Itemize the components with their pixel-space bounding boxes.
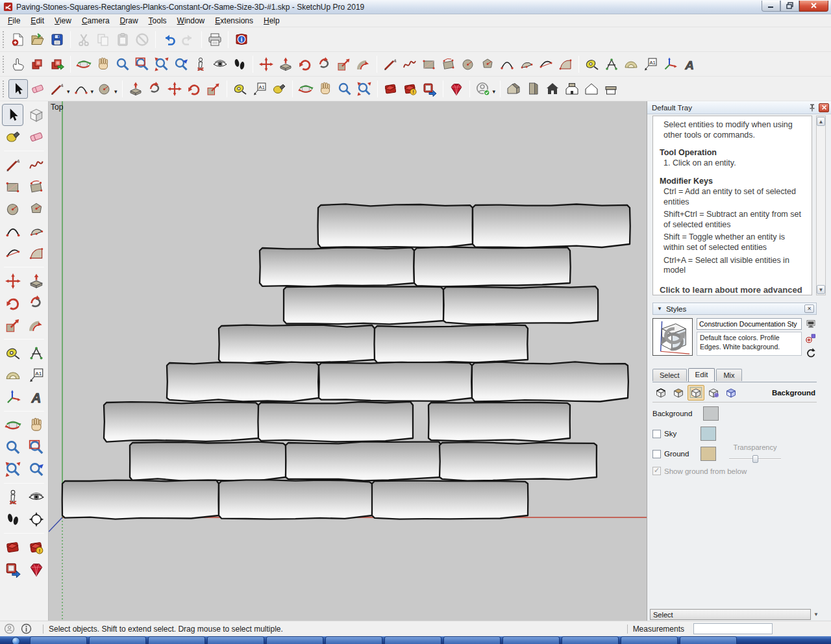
rotate-button[interactable] [184, 79, 204, 99]
plank[interactable] [473, 204, 630, 248]
styles-panel-header[interactable]: ▼ Styles ✕ [652, 303, 817, 315]
modeling-settings-button[interactable] [723, 385, 739, 401]
push-pull-button[interactable] [276, 55, 295, 74]
view-right-button[interactable] [562, 79, 582, 99]
push-pull-button[interactable] [126, 79, 145, 99]
move-button[interactable] [256, 55, 276, 74]
zoom-previous-tool-button[interactable] [25, 458, 47, 480]
toolbar-drag-handle[interactable] [3, 56, 6, 73]
zoom-extents-tool-button[interactable] [2, 458, 23, 480]
two-point-arc-button[interactable] [536, 55, 556, 74]
3d-text-button[interactable]: A [680, 55, 699, 74]
style-name-input[interactable] [697, 318, 802, 330]
paint-bucket-tool-button[interactable] [2, 126, 23, 148]
dimension-tool-button[interactable] [25, 342, 47, 364]
menu-camera[interactable]: Camera [77, 15, 115, 27]
line-tool-button[interactable] [2, 154, 23, 176]
navigation-tool-button[interactable] [25, 508, 47, 530]
sky-color-swatch[interactable] [701, 427, 716, 441]
three-point-arc-button[interactable] [556, 55, 575, 74]
taskbar-button[interactable] [621, 636, 678, 644]
plank[interactable] [414, 247, 570, 287]
eraser-button[interactable] [28, 79, 47, 99]
taskbar-button[interactable] [148, 636, 205, 644]
display-secondary-pane-button[interactable] [805, 318, 817, 330]
orbit-button[interactable] [74, 55, 93, 74]
taskbar-button[interactable] [325, 636, 382, 644]
rotated-rectangle-button[interactable] [439, 55, 458, 74]
menu-view[interactable]: View [49, 15, 77, 27]
3d-warehouse-tool-button[interactable] [2, 536, 23, 558]
styles-tab-mix[interactable]: Mix [716, 369, 741, 381]
taskbar-button[interactable] [443, 636, 501, 644]
style-description[interactable]: Default face colors. Profile Edges. Whit… [697, 332, 802, 356]
3d-warehouse-button[interactable] [381, 79, 401, 99]
zoom-window-tool-button[interactable] [25, 436, 47, 458]
tape-measure-tool-button[interactable] [2, 342, 23, 364]
walk-tool-button[interactable] [2, 508, 23, 530]
tape-measure-button[interactable] [582, 55, 602, 74]
background-settings-button[interactable] [688, 385, 704, 401]
scale-tool-button[interactable] [2, 314, 23, 336]
look-around-tool-button[interactable] [25, 486, 47, 508]
shapes-button[interactable] [95, 79, 114, 99]
geolocation-icon[interactable] [4, 623, 15, 634]
plank[interactable] [472, 362, 628, 401]
pan-button[interactable] [93, 55, 113, 74]
ground-checkbox[interactable] [652, 450, 661, 458]
rotate-button[interactable] [295, 55, 315, 74]
axes-tool-button[interactable] [2, 386, 23, 408]
extension-warehouse-button[interactable]: ! [401, 79, 420, 99]
start-button[interactable] [1, 636, 30, 644]
taskbar-button[interactable] [562, 636, 619, 644]
freehand-button[interactable] [400, 55, 419, 74]
plank[interactable] [286, 441, 441, 480]
protractor-button[interactable] [621, 55, 641, 74]
styles-tab-edit[interactable]: Edit [688, 368, 715, 382]
info-icon[interactable] [21, 623, 32, 634]
plank[interactable] [318, 204, 473, 247]
print-button[interactable] [205, 30, 225, 49]
scroll-up-icon[interactable]: ▲ [817, 117, 825, 126]
view-top-button[interactable] [523, 79, 543, 99]
push-pull-tool-button[interactable] [25, 270, 47, 292]
menu-extensions[interactable]: Extensions [210, 15, 258, 27]
taskbar-button[interactable] [502, 636, 560, 644]
move-tool-button[interactable] [2, 270, 23, 292]
position-camera-button[interactable] [191, 55, 210, 74]
view-back-button[interactable] [582, 79, 601, 99]
taskbar-button[interactable] [680, 636, 737, 644]
close-button[interactable] [799, 1, 828, 12]
component-add-button[interactable] [47, 55, 67, 74]
view-left-button[interactable] [601, 79, 621, 99]
scale-button[interactable] [204, 79, 223, 99]
eraser-tool-button[interactable] [25, 126, 47, 148]
paint-bucket-button[interactable] [269, 79, 289, 99]
zoom-window-button[interactable] [132, 55, 152, 74]
freehand-tool-button[interactable] [25, 154, 47, 176]
menu-window[interactable]: Window [172, 15, 210, 27]
plank[interactable] [130, 442, 286, 481]
arcs-dropdown-icon[interactable]: ▾ [91, 88, 94, 95]
undo-button[interactable] [159, 30, 179, 49]
move-button[interactable] [165, 79, 184, 99]
create-new-style-button[interactable] [805, 332, 817, 344]
background-color-swatch[interactable] [703, 406, 719, 421]
pan-tool-button[interactable] [25, 414, 47, 436]
polygon-tool-button[interactable] [25, 198, 47, 220]
styles-tab-select[interactable]: Select [652, 369, 687, 381]
model-info-button[interactable]: i [232, 30, 251, 49]
account-dropdown-icon[interactable]: ▾ [493, 88, 496, 95]
new-file-button[interactable] [8, 30, 28, 49]
ground-color-swatch[interactable] [701, 447, 716, 461]
rotate-tool-button[interactable] [2, 292, 23, 314]
pie-button[interactable] [517, 55, 536, 74]
zoom-previous-button[interactable] [171, 55, 191, 74]
extension-manager-tool-button[interactable] [25, 558, 47, 580]
face-settings-button[interactable] [670, 385, 687, 401]
cut-button[interactable] [74, 30, 93, 49]
rectangle-tool-button[interactable] [2, 176, 23, 198]
copy-button[interactable] [93, 30, 113, 49]
plank[interactable] [372, 481, 528, 519]
viewport[interactable]: Top [49, 101, 647, 621]
